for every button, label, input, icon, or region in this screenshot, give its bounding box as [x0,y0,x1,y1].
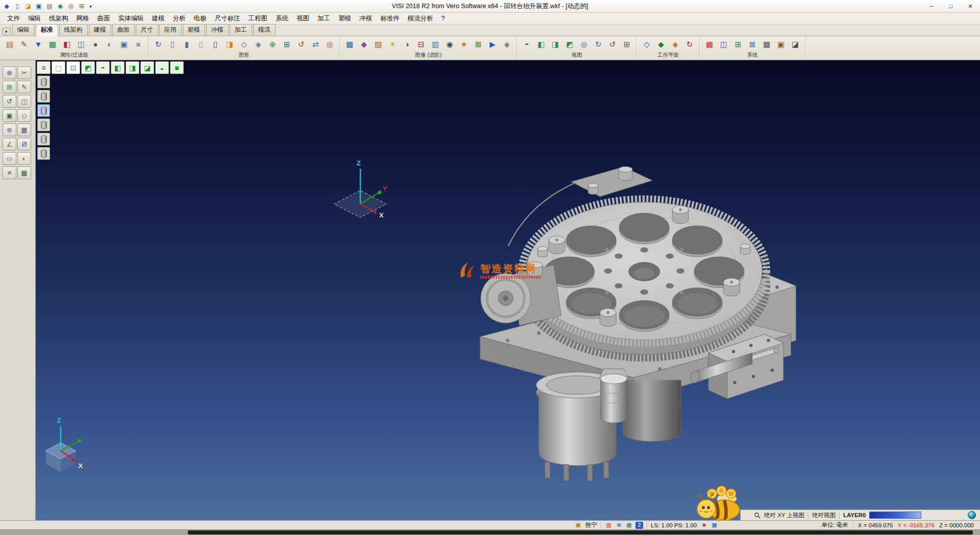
insert-tool-icon[interactable]: ⊕ [3,124,16,136]
snap-toggle-icon[interactable]: ▣ [574,522,582,529]
advanced-shading-icon[interactable]: ▩ [343,37,356,51]
grid-settings-icon[interactable]: ⊞ [731,37,745,51]
capture-icon[interactable]: ⊠ [472,37,485,51]
ribbon-tab[interactable]: 编辑 [12,24,35,36]
ribbon-tab[interactable]: 建模 [89,24,111,36]
menu-item[interactable]: 文件 [3,13,24,24]
ribbon-tab[interactable]: 尺寸 [136,24,158,36]
quick-filter-icon[interactable]: ≡ [132,37,145,51]
menu-item[interactable]: 分析 [169,13,190,24]
layer-filter-icon[interactable]: ▦ [46,37,59,51]
view-list-icon[interactable]: ≡ [37,61,51,74]
textures-icon[interactable]: ▨ [372,37,385,51]
menu-item[interactable]: 工程图 [244,13,272,24]
minimize-button[interactable]: ─ [922,0,941,12]
workplane-view-icon[interactable]: ◆ [654,37,668,51]
view-side-icon[interactable]: ◨ [549,37,562,51]
database-icon[interactable]: ▣ [774,37,788,51]
menu-item[interactable]: 曲面 [93,13,114,24]
angle-tool-icon[interactable]: ∠ [3,138,16,151]
cube-back-icon[interactable]: ◪ [140,61,154,74]
workplane-rotate-icon[interactable]: ↻ [683,37,696,51]
scrollbar-thumb[interactable] [188,530,973,534]
menu-item[interactable]: 塑模 [334,13,355,24]
workplane-standard-icon[interactable]: ◇ [640,37,653,51]
menu-item[interactable]: 编辑 [24,13,45,24]
hatch-tool-icon[interactable]: ▩ [17,166,31,179]
view-mode-label[interactable]: 绝对视图 [812,512,836,519]
menu-item[interactable]: 视图 [292,13,313,24]
plane-tool-icon[interactable]: ▭ [3,152,16,165]
cylinder-hidden-icon[interactable]: ▯ [209,37,222,51]
clip-slice-icon[interactable] [37,133,50,145]
ribbon-tab[interactable]: 标准 [36,24,58,36]
menu-item[interactable]: 实体编辑 [114,13,148,24]
animation-icon[interactable]: ▶ [486,37,499,51]
sketch-tool-icon[interactable]: ✎ [17,81,31,93]
ribbon-tab[interactable]: 模流 [253,24,276,36]
cube-iso-icon[interactable]: ◩ [81,61,95,74]
snap-grid-icon[interactable]: ⊞ [3,81,16,93]
menu-item[interactable]: 标准件 [376,13,404,24]
point-tool-icon[interactable]: ◇ [17,109,31,122]
save-file-icon[interactable]: ▣ [34,1,44,11]
tab-dropdown-icon[interactable]: ▾ [2,28,11,35]
ribbon-tab[interactable]: 曲面 [112,24,135,36]
point-filter-icon[interactable]: ● [89,37,102,51]
snap-settings-icon[interactable]: ⊠ [746,37,759,51]
material-cube-icon[interactable]: ■ [700,522,708,529]
camera-icon[interactable]: ◉ [443,37,456,51]
menu-item[interactable]: 尺寸标注 [211,13,244,24]
menu-item[interactable]: 建模 [148,13,169,24]
redraw-icon[interactable]: ↻ [152,37,165,51]
solid-tool-icon[interactable]: ▣ [3,109,16,122]
mesh-tool-icon[interactable]: ▦ [17,124,31,136]
screen-config-icon[interactable]: ◫ [717,37,730,51]
layer-color-bar[interactable] [869,512,921,519]
cylinder-shaded-icon[interactable]: ▮ [180,37,193,51]
view-front-icon[interactable]: ◧ [534,37,548,51]
type-filter-icon[interactable]: ◫ [75,37,88,51]
layer-label[interactable]: LAYER0 [843,512,866,518]
view-marks-icon[interactable]: ⊡ [66,61,80,74]
new-file-icon[interactable]: ▯ [12,1,22,11]
system-options-icon[interactable]: ▩ [760,37,773,51]
close-button[interactable]: ✕ [961,0,980,12]
materials-icon[interactable]: ◆ [357,37,371,51]
stereo-icon[interactable]: ◈ [500,37,513,51]
menu-item[interactable]: 线架构 [45,13,72,24]
undo-view-icon[interactable]: ↺ [3,95,16,108]
view-iso-icon[interactable]: ◩ [563,37,576,51]
view-normal-icon[interactable]: ◎ [577,37,591,51]
palette-icon[interactable]: ▦ [710,522,718,529]
trim-tool-icon[interactable]: ✂ [17,66,31,79]
clip-custom-icon[interactable] [37,147,50,160]
multi-view-icon[interactable]: ⊞ [620,37,633,51]
ribbon-tab[interactable]: 加工 [230,24,252,36]
previous-view-icon[interactable]: ↺ [606,37,619,51]
macro-icon[interactable]: ⊞ [77,1,87,11]
cube-bottom-icon[interactable]: ◒ [155,61,169,74]
construction-mode-icon[interactable]: ⊕ [615,522,623,529]
ribbon-tab[interactable]: 应用 [159,24,182,36]
render-sphere-icon[interactable] [968,511,976,519]
horizontal-scrollbar[interactable] [0,529,980,535]
diameter-tool-icon[interactable]: Ø [17,138,31,151]
workplane-entity-icon[interactable]: ◈ [669,37,682,51]
wireframe-view-icon[interactable]: ◇ [237,37,251,51]
blank-view-icon[interactable]: ▢ [52,61,65,74]
menu-item[interactable]: 模流分析 [404,13,437,24]
section-view-icon[interactable]: ⊟ [414,37,428,51]
view-top-icon[interactable]: ◓ [520,37,533,51]
coordinate-system-label[interactable]: 绝对 XY 上视图 [764,512,804,519]
shadows-icon[interactable]: ◑ [400,37,413,51]
cube-front-icon[interactable]: ◧ [111,61,125,74]
menu-item[interactable]: 加工 [313,13,334,24]
zoom-previous-icon[interactable]: ↺ [295,37,308,51]
background-icon[interactable]: ▥ [429,37,442,51]
search-icon[interactable] [754,512,761,519]
filter-icon[interactable]: ▼ [32,37,45,51]
list-tool-icon[interactable]: ≡ [3,166,16,179]
render-system-icon[interactable]: ◪ [789,37,802,51]
quick-access-dropdown-icon[interactable]: ▾ [87,4,94,9]
